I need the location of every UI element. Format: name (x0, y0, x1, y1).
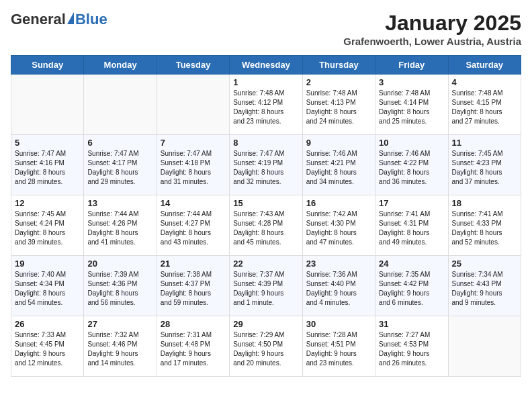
day-info: Sunrise: 7:38 AM Sunset: 4:37 PM Dayligh… (161, 270, 226, 308)
day-info: Sunrise: 7:48 AM Sunset: 4:14 PM Dayligh… (379, 89, 444, 126)
calendar-cell: 25Sunrise: 7:34 AM Sunset: 4:43 PM Dayli… (448, 256, 521, 316)
day-info: Sunrise: 7:41 AM Sunset: 4:31 PM Dayligh… (379, 210, 444, 247)
calendar-cell: 8Sunrise: 7:47 AM Sunset: 4:19 PM Daylig… (230, 135, 302, 195)
day-number: 9 (306, 138, 371, 148)
day-number: 17 (379, 198, 444, 208)
day-number: 19 (15, 259, 80, 269)
day-info: Sunrise: 7:28 AM Sunset: 4:51 PM Dayligh… (306, 330, 371, 368)
calendar-cell: 29Sunrise: 7:29 AM Sunset: 4:50 PM Dayli… (230, 316, 302, 377)
day-number: 11 (452, 138, 517, 148)
weekday-header-monday: Monday (84, 56, 157, 75)
day-number: 2 (306, 77, 371, 87)
day-info: Sunrise: 7:48 AM Sunset: 4:12 PM Dayligh… (233, 89, 298, 126)
day-number: 3 (379, 77, 444, 87)
calendar-cell: 2Sunrise: 7:48 AM Sunset: 4:13 PM Daylig… (302, 75, 375, 135)
day-info: Sunrise: 7:31 AM Sunset: 4:48 PM Dayligh… (161, 330, 226, 368)
calendar-cell: 28Sunrise: 7:31 AM Sunset: 4:48 PM Dayli… (157, 316, 229, 377)
weekday-header-sunday: Sunday (11, 56, 84, 75)
day-info: Sunrise: 7:46 AM Sunset: 4:22 PM Dayligh… (379, 149, 444, 187)
calendar-week-row: 19Sunrise: 7:40 AM Sunset: 4:34 PM Dayli… (11, 256, 521, 316)
day-number: 15 (233, 198, 298, 208)
day-info: Sunrise: 7:29 AM Sunset: 4:50 PM Dayligh… (233, 330, 298, 368)
day-info: Sunrise: 7:47 AM Sunset: 4:19 PM Dayligh… (233, 149, 298, 187)
day-number: 14 (161, 198, 226, 208)
day-info: Sunrise: 7:40 AM Sunset: 4:34 PM Dayligh… (15, 270, 80, 308)
calendar-cell: 24Sunrise: 7:35 AM Sunset: 4:42 PM Dayli… (375, 256, 448, 316)
day-info: Sunrise: 7:41 AM Sunset: 4:33 PM Dayligh… (452, 210, 517, 247)
day-info: Sunrise: 7:36 AM Sunset: 4:40 PM Dayligh… (306, 270, 371, 308)
calendar-cell: 23Sunrise: 7:36 AM Sunset: 4:40 PM Dayli… (302, 256, 375, 316)
calendar-cell: 31Sunrise: 7:27 AM Sunset: 4:53 PM Dayli… (375, 316, 448, 377)
day-info: Sunrise: 7:43 AM Sunset: 4:28 PM Dayligh… (233, 210, 298, 247)
calendar-cell: 6Sunrise: 7:47 AM Sunset: 4:17 PM Daylig… (84, 135, 157, 195)
day-info: Sunrise: 7:35 AM Sunset: 4:42 PM Dayligh… (379, 270, 444, 308)
logo: General Blue (11, 11, 107, 28)
day-number: 7 (161, 138, 226, 148)
day-info: Sunrise: 7:44 AM Sunset: 4:26 PM Dayligh… (87, 210, 152, 247)
day-info: Sunrise: 7:27 AM Sunset: 4:53 PM Dayligh… (379, 330, 444, 368)
calendar-cell: 30Sunrise: 7:28 AM Sunset: 4:51 PM Dayli… (302, 316, 375, 377)
day-info: Sunrise: 7:47 AM Sunset: 4:16 PM Dayligh… (15, 149, 80, 187)
day-info: Sunrise: 7:44 AM Sunset: 4:27 PM Dayligh… (161, 210, 226, 247)
calendar-cell: 17Sunrise: 7:41 AM Sunset: 4:31 PM Dayli… (375, 195, 448, 256)
title-area: January 2025 Grafenwoerth, Lower Austria… (343, 11, 521, 47)
weekday-header-wednesday: Wednesday (230, 56, 302, 75)
calendar-cell: 5Sunrise: 7:47 AM Sunset: 4:16 PM Daylig… (11, 135, 84, 195)
day-number: 24 (379, 259, 444, 269)
calendar-cell: 21Sunrise: 7:38 AM Sunset: 4:37 PM Dayli… (157, 256, 229, 316)
calendar-cell: 12Sunrise: 7:45 AM Sunset: 4:24 PM Dayli… (11, 195, 84, 256)
calendar-cell: 19Sunrise: 7:40 AM Sunset: 4:34 PM Dayli… (11, 256, 84, 316)
day-info: Sunrise: 7:45 AM Sunset: 4:23 PM Dayligh… (452, 149, 517, 187)
day-number: 21 (161, 259, 226, 269)
calendar-cell: 20Sunrise: 7:39 AM Sunset: 4:36 PM Dayli… (84, 256, 157, 316)
calendar-cell: 15Sunrise: 7:43 AM Sunset: 4:28 PM Dayli… (230, 195, 302, 256)
logo-blue-text: Blue (75, 11, 107, 28)
day-number: 20 (87, 259, 152, 269)
weekday-header-saturday: Saturday (448, 56, 521, 75)
day-info: Sunrise: 7:48 AM Sunset: 4:13 PM Dayligh… (306, 89, 371, 126)
day-info: Sunrise: 7:48 AM Sunset: 4:15 PM Dayligh… (452, 89, 517, 126)
day-number: 25 (452, 259, 517, 269)
day-number: 5 (15, 138, 80, 148)
calendar-cell: 11Sunrise: 7:45 AM Sunset: 4:23 PM Dayli… (448, 135, 521, 195)
calendar-cell: 27Sunrise: 7:32 AM Sunset: 4:46 PM Dayli… (84, 316, 157, 377)
day-number: 18 (452, 198, 517, 208)
day-info: Sunrise: 7:46 AM Sunset: 4:21 PM Dayligh… (306, 149, 371, 187)
day-number: 8 (233, 138, 298, 148)
calendar-cell (84, 75, 157, 135)
calendar-cell: 26Sunrise: 7:33 AM Sunset: 4:45 PM Dayli… (11, 316, 84, 377)
month-title: January 2025 (343, 11, 521, 36)
day-info: Sunrise: 7:47 AM Sunset: 4:17 PM Dayligh… (87, 149, 152, 187)
day-number: 30 (306, 319, 371, 329)
calendar-week-row: 1Sunrise: 7:48 AM Sunset: 4:12 PM Daylig… (11, 75, 521, 135)
calendar-week-row: 26Sunrise: 7:33 AM Sunset: 4:45 PM Dayli… (11, 316, 521, 377)
day-info: Sunrise: 7:45 AM Sunset: 4:24 PM Dayligh… (15, 210, 80, 247)
calendar-cell: 18Sunrise: 7:41 AM Sunset: 4:33 PM Dayli… (448, 195, 521, 256)
day-number: 22 (233, 259, 298, 269)
calendar-cell: 14Sunrise: 7:44 AM Sunset: 4:27 PM Dayli… (157, 195, 229, 256)
day-number: 28 (161, 319, 226, 329)
day-number: 1 (233, 77, 298, 87)
day-number: 26 (15, 319, 80, 329)
day-info: Sunrise: 7:33 AM Sunset: 4:45 PM Dayligh… (15, 330, 80, 368)
day-number: 27 (87, 319, 152, 329)
weekday-header-row: SundayMondayTuesdayWednesdayThursdayFrid… (11, 56, 521, 75)
day-info: Sunrise: 7:42 AM Sunset: 4:30 PM Dayligh… (306, 210, 371, 247)
calendar-cell: 16Sunrise: 7:42 AM Sunset: 4:30 PM Dayli… (302, 195, 375, 256)
day-info: Sunrise: 7:34 AM Sunset: 4:43 PM Dayligh… (452, 270, 517, 308)
calendar-header: SundayMondayTuesdayWednesdayThursdayFrid… (11, 56, 521, 75)
calendar-body: 1Sunrise: 7:48 AM Sunset: 4:12 PM Daylig… (11, 75, 521, 377)
header: General Blue January 2025 Grafenwoerth, … (11, 11, 521, 47)
calendar-week-row: 12Sunrise: 7:45 AM Sunset: 4:24 PM Dayli… (11, 195, 521, 256)
day-info: Sunrise: 7:32 AM Sunset: 4:46 PM Dayligh… (87, 330, 152, 368)
weekday-header-thursday: Thursday (302, 56, 375, 75)
day-info: Sunrise: 7:37 AM Sunset: 4:39 PM Dayligh… (233, 270, 298, 308)
calendar-week-row: 5Sunrise: 7:47 AM Sunset: 4:16 PM Daylig… (11, 135, 521, 195)
calendar-cell: 13Sunrise: 7:44 AM Sunset: 4:26 PM Dayli… (84, 195, 157, 256)
calendar-cell: 3Sunrise: 7:48 AM Sunset: 4:14 PM Daylig… (375, 75, 448, 135)
day-info: Sunrise: 7:47 AM Sunset: 4:18 PM Dayligh… (161, 149, 226, 187)
logo-triangle-icon (67, 12, 74, 24)
day-number: 4 (452, 77, 517, 87)
calendar-cell (448, 316, 521, 377)
calendar-cell (157, 75, 229, 135)
